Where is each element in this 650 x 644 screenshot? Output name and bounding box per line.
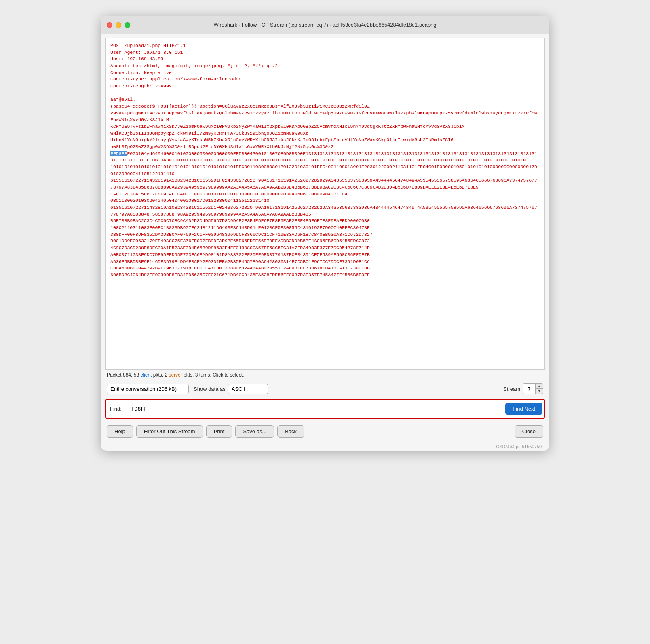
find-next-button[interactable]: Find Next: [505, 403, 542, 415]
conversation-dropdown-container: Entire conversation (206 kB): [107, 384, 189, 394]
traffic-lights: [107, 22, 130, 28]
find-input[interactable]: [126, 404, 501, 413]
show-data-container: Show data as ASCII Hex Dump C Arrays Raw: [194, 384, 268, 394]
find-label: Find:: [108, 406, 122, 412]
content-area: POST /upload/1.php HTTP/1.1 User-Agent: …: [101, 34, 549, 451]
minimize-traffic-light[interactable]: [116, 22, 121, 28]
titlebar: Wireshark · Follow TCP Stream (tcp.strea…: [101, 16, 549, 34]
find-row: Find: Find Next: [105, 399, 545, 419]
close-button[interactable]: Close: [515, 425, 543, 438]
conversation-select[interactable]: Entire conversation (206 kB): [107, 384, 189, 394]
stream-increment-button[interactable]: ▲: [536, 384, 543, 389]
window-title: Wireshark · Follow TCP Stream (tcp.strea…: [213, 22, 436, 28]
show-data-select[interactable]: ASCII Hex Dump C Arrays Raw: [228, 384, 268, 394]
stream-spinner: 7 ▲ ▼: [523, 383, 543, 394]
maximize-traffic-light[interactable]: [125, 22, 130, 28]
stream-control: Stream 7 ▲ ▼: [503, 383, 543, 394]
bottom-buttons: Help Filter Out This Stream Print Save a…: [105, 420, 545, 443]
stream-btn-group: ▲ ▼: [535, 384, 543, 394]
client-label: client: [140, 372, 152, 378]
server-label: server: [169, 372, 182, 378]
help-button[interactable]: Help: [107, 425, 133, 438]
main-window: Wireshark · Follow TCP Stream (tcp.strea…: [101, 16, 549, 451]
stream-value: 7: [523, 385, 535, 393]
back-button[interactable]: Back: [277, 425, 304, 438]
close-traffic-light[interactable]: [107, 22, 112, 28]
controls-row: Entire conversation (206 kB) Show data a…: [105, 380, 545, 397]
print-button[interactable]: Print: [206, 425, 232, 438]
stream-decrement-button[interactable]: ▼: [536, 389, 543, 394]
filter-out-button[interactable]: Filter Out This Stream: [136, 425, 203, 438]
show-data-label: Show data as: [194, 386, 226, 392]
watermark: CSDN @qq_51550750: [105, 443, 545, 451]
stream-label: Stream: [503, 386, 520, 392]
tcp-stream-display[interactable]: POST /upload/1.php HTTP/1.1 User-Agent: …: [105, 38, 545, 370]
packet-info: Packet 884. 53 client pkts, 2 server pkt…: [105, 370, 545, 380]
save-as-button[interactable]: Save as...: [235, 425, 274, 438]
